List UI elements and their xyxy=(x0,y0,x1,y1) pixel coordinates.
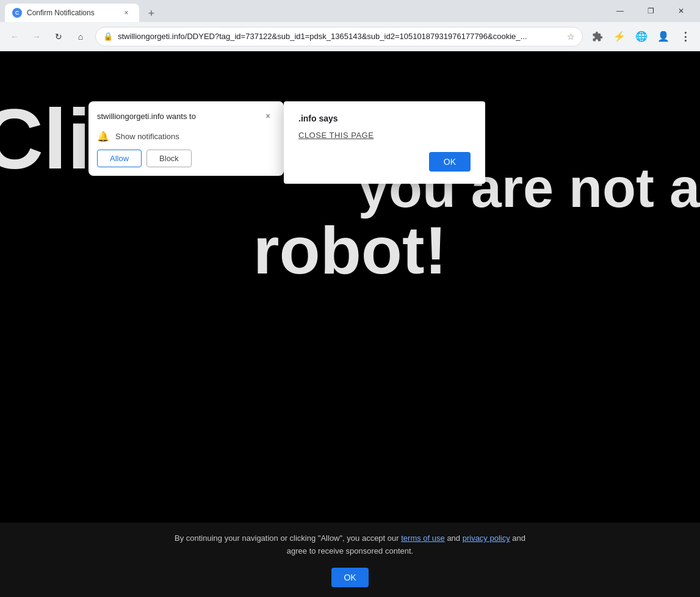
notif-permission-text: Show notifications xyxy=(115,132,179,141)
url-text: stwilliongorgeti.info/DDYED?tag_id=73712… xyxy=(118,32,562,41)
reload-button[interactable]: ↻ xyxy=(49,27,68,46)
bottom-ok-container: OK xyxy=(12,563,688,587)
bottom-disclaimer-bar: By continuing your navigation or clickin… xyxy=(0,523,700,597)
tab-close-button[interactable]: × xyxy=(121,7,132,18)
bg-text-line3: robot! xyxy=(253,210,447,291)
notif-permission-row: 🔔 Show notifications xyxy=(88,128,284,150)
bottom-ok-button[interactable]: OK xyxy=(331,568,368,587)
allow-button[interactable]: Allow xyxy=(97,150,142,167)
extensions-button[interactable] xyxy=(588,27,607,46)
home-button[interactable]: ⌂ xyxy=(71,27,90,46)
bell-icon: 🔔 xyxy=(97,131,109,142)
tab-favicon: C xyxy=(12,8,22,18)
lock-icon: 🔒 xyxy=(103,32,113,41)
navigation-bar: ← → ↻ ⌂ 🔒 stwilliongorgeti.info/DDYED?ta… xyxy=(0,22,700,51)
back-button[interactable]: ← xyxy=(5,27,24,46)
notif-dialog-title: stwilliongorgeti.info wants to xyxy=(97,112,196,121)
bookmark-icon[interactable]: ☆ xyxy=(567,32,575,42)
notif-dialog-header: stwilliongorgeti.info wants to × xyxy=(88,101,284,128)
notif-dialog-actions: Allow Block xyxy=(88,150,284,176)
close-this-page-link[interactable]: CLOSE THIS PAGE xyxy=(298,131,471,140)
site-info-footer: OK xyxy=(298,152,471,172)
new-tab-button[interactable]: + xyxy=(143,5,160,22)
window-controls: — ❐ ✕ xyxy=(606,1,695,21)
minimize-button[interactable]: — xyxy=(606,1,634,21)
ok-dialog-button[interactable]: OK xyxy=(429,152,471,172)
disclaimer-text-after: and xyxy=(510,534,525,543)
maximize-button[interactable]: ❐ xyxy=(637,1,665,21)
active-tab[interactable]: C Confirm Notifications × xyxy=(5,4,139,22)
address-bar[interactable]: 🔒 stwilliongorgeti.info/DDYED?tag_id=737… xyxy=(95,27,583,46)
tab-title: Confirm Notifications xyxy=(27,9,116,17)
bottom-disclaimer-text: By continuing your navigation or clickin… xyxy=(12,532,688,558)
disclaimer-text-before: By continuing your navigation or clickin… xyxy=(175,534,401,543)
forward-button[interactable]: → xyxy=(27,27,46,46)
page-content: Click you are not a robot! stwilliongorg… xyxy=(0,51,700,597)
extensions-icon xyxy=(592,31,603,42)
profile-button[interactable]: 👤 xyxy=(654,27,673,46)
globe-button[interactable]: 🌐 xyxy=(632,27,651,46)
site-info-title: .info says xyxy=(298,114,471,123)
close-window-button[interactable]: ✕ xyxy=(667,1,695,21)
terms-of-use-link[interactable]: terms of use xyxy=(401,534,445,543)
disclaimer-line2: agree to receive sponsored content. xyxy=(287,546,413,555)
privacy-policy-link[interactable]: privacy policy xyxy=(463,534,510,543)
performance-button[interactable]: ⚡ xyxy=(610,27,629,46)
block-button[interactable]: Block xyxy=(146,150,192,167)
browser-window: C Confirm Notifications × + — ❐ ✕ ← → ↻ … xyxy=(0,0,700,597)
disclaimer-text-and: and xyxy=(445,534,463,543)
notification-permission-dialog: stwilliongorgeti.info wants to × 🔔 Show … xyxy=(88,101,284,176)
notif-dialog-close-button[interactable]: × xyxy=(261,109,275,123)
address-bar-actions: ☆ xyxy=(567,32,575,42)
tab-area: C Confirm Notifications × + xyxy=(5,0,604,22)
menu-button[interactable]: ⋮ xyxy=(676,27,695,46)
site-info-dialog: .info says CLOSE THIS PAGE OK xyxy=(284,101,485,184)
title-bar: C Confirm Notifications × + — ❐ ✕ xyxy=(0,0,700,22)
